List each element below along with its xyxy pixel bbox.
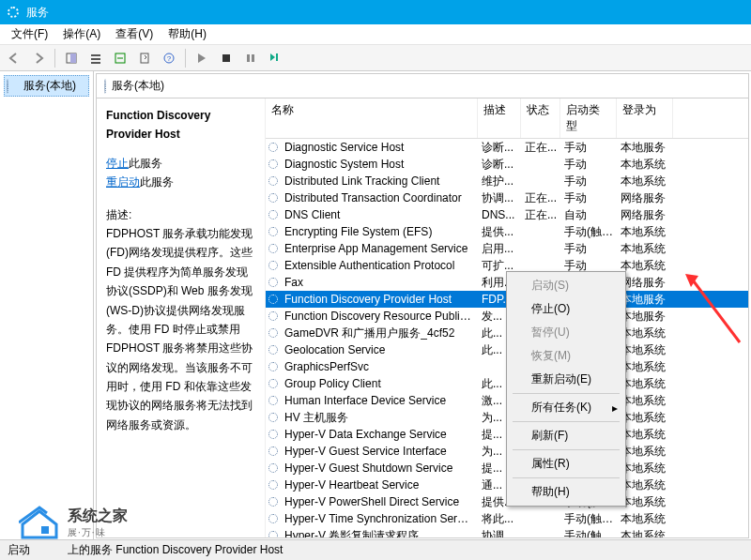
svg-text:?: ? xyxy=(167,54,172,63)
ctx-resume[interactable]: 恢复(M) xyxy=(509,344,623,368)
menubar: 文件(F) 操作(A) 查看(V) 帮助(H) xyxy=(0,24,751,45)
cell-logon: 本地系统 xyxy=(617,511,673,527)
cell-startup: 手动 xyxy=(560,190,617,206)
service-row[interactable]: Enterprise App Management Service启用...手动… xyxy=(266,240,748,257)
back-button[interactable] xyxy=(4,48,24,68)
ctx-restart[interactable]: 重新启动(E) xyxy=(509,368,623,391)
cell-logon: 网络服务 xyxy=(617,190,673,206)
window-title: 服务 xyxy=(26,5,49,21)
svg-rect-3 xyxy=(91,58,100,60)
menu-file[interactable]: 文件(F) xyxy=(4,24,55,44)
cell-logon: 本地服务 xyxy=(617,140,673,156)
ctx-properties[interactable]: 属性(R) xyxy=(509,452,623,476)
gear-icon xyxy=(266,193,281,203)
gear-icon xyxy=(266,176,281,186)
service-row[interactable]: Distributed Transaction Coordinator协调...… xyxy=(266,189,748,206)
service-row[interactable]: Diagnostic Service Host诊断...正在...手动本地服务 xyxy=(266,139,748,156)
watermark-text-1: 系统之家 xyxy=(68,507,128,526)
restart-link[interactable]: 重启动 xyxy=(106,175,140,189)
svg-rect-1 xyxy=(70,53,76,63)
panel-header: 服务(本地) xyxy=(97,74,748,98)
col-name[interactable]: 名称 xyxy=(266,98,478,138)
cell-startup: 手动 xyxy=(560,241,617,257)
cell-desc: 诊断... xyxy=(478,140,521,156)
gear-icon xyxy=(266,379,281,388)
gear-icon xyxy=(104,80,106,93)
ctx-stop[interactable]: 停止(O) xyxy=(509,297,623,321)
pause-button[interactable] xyxy=(240,48,261,68)
col-status[interactable]: 状态 xyxy=(521,98,560,138)
gear-icon xyxy=(266,446,281,456)
ctx-help[interactable]: 帮助(H) xyxy=(509,480,623,504)
service-row[interactable]: Distributed Link Tracking Client维护...手动本… xyxy=(266,173,748,189)
cell-logon: 网络服务 xyxy=(617,207,673,223)
gear-icon xyxy=(266,514,281,523)
watermark: 系统之家 展·万·味 xyxy=(19,506,128,539)
cell-name: GameDVR 和广播用户服务_4cf52 xyxy=(281,325,478,341)
cell-status: 正在... xyxy=(521,207,560,223)
cell-desc: 协调... xyxy=(478,528,521,538)
gear-icon xyxy=(266,463,281,473)
statusbar: 启动 上的服务 Function Discovery Provider Host xyxy=(0,539,751,560)
svg-rect-11 xyxy=(252,54,254,62)
forward-button[interactable] xyxy=(28,48,49,68)
ctx-pause[interactable]: 暂停(U) xyxy=(509,321,623,344)
cell-desc: DNS... xyxy=(478,208,521,221)
watermark-text-2: 展·万·味 xyxy=(68,526,128,539)
col-startup[interactable]: 启动类型 xyxy=(560,98,617,138)
cell-logon: 本地系统 xyxy=(617,157,673,173)
service-row[interactable]: DNS ClientDNS...正在...自动网络服务 xyxy=(266,206,748,223)
service-row[interactable]: Diagnostic System Host诊断...手动本地系统 xyxy=(266,156,748,173)
cell-desc: 提供... xyxy=(478,224,521,240)
gear-icon xyxy=(266,345,281,355)
gear-icon xyxy=(266,328,281,338)
ctx-refresh[interactable]: 刷新(F) xyxy=(509,424,623,447)
cell-name: Distributed Link Tracking Client xyxy=(281,174,478,188)
context-menu: 启动(S) 停止(O) 暂停(U) 恢复(M) 重新启动(E) 所有任务(K)▸… xyxy=(506,271,626,507)
show-hide-button[interactable] xyxy=(61,48,82,68)
ctx-all-tasks[interactable]: 所有任务(K)▸ xyxy=(509,396,623,419)
col-desc[interactable]: 描述 xyxy=(478,98,521,138)
menu-help[interactable]: 帮助(H) xyxy=(161,24,214,44)
cell-name: Function Discovery Provider Host xyxy=(281,293,478,306)
ctx-start[interactable]: 启动(S) xyxy=(509,274,623,297)
help-button[interactable]: ? xyxy=(159,48,179,68)
refresh-button[interactable] xyxy=(110,48,130,68)
export-button[interactable] xyxy=(134,48,155,68)
gear-icon xyxy=(266,362,281,371)
service-row[interactable]: Encrypting File System (EFS)提供...手动(触发..… xyxy=(266,223,748,240)
details-button[interactable] xyxy=(85,48,106,68)
cell-name: Diagnostic Service Host xyxy=(281,141,478,154)
svg-rect-9 xyxy=(222,54,230,62)
cell-name: Fax xyxy=(281,276,478,289)
gear-icon xyxy=(266,396,281,405)
cell-startup: 自动 xyxy=(560,207,617,223)
cell-name: Geolocation Service xyxy=(281,343,478,356)
cell-name: Encrypting File System (EFS) xyxy=(281,225,478,238)
stop-button[interactable] xyxy=(216,48,237,68)
play-button[interactable] xyxy=(192,48,212,68)
svg-rect-12 xyxy=(276,53,278,61)
desc-label: 描述: xyxy=(106,205,255,224)
service-row[interactable]: Hyper-V 卷影复制请求程序协调...手动(触发...本地系统 xyxy=(266,527,748,537)
gear-icon xyxy=(266,413,281,422)
tree-root[interactable]: 服务(本地) xyxy=(4,75,89,97)
cell-name: Hyper-V Heartbeat Service xyxy=(281,478,478,492)
cell-name: GraphicsPerfSvc xyxy=(281,360,478,373)
service-row[interactable]: Hyper-V Time Synchronization Service将此..… xyxy=(266,510,748,527)
column-headers: 名称 描述 状态 启动类型 登录为 xyxy=(266,98,748,139)
cell-startup: 手动(触发... xyxy=(560,511,617,527)
cell-logon: 本地系统 xyxy=(617,528,673,538)
col-logon[interactable]: 登录为 xyxy=(617,98,673,138)
selected-service-name: Function Discovery Provider Host xyxy=(106,106,255,144)
cell-startup: 手动 xyxy=(560,140,617,156)
restart-button[interactable] xyxy=(265,48,285,68)
chevron-right-icon: ▸ xyxy=(612,401,618,415)
cell-logon: 本地系统 xyxy=(617,241,673,257)
cell-name: Hyper-V 卷影复制请求程序 xyxy=(281,528,478,538)
menu-view[interactable]: 查看(V) xyxy=(108,24,161,44)
stop-link[interactable]: 停止 xyxy=(106,157,129,170)
svg-rect-4 xyxy=(91,62,100,64)
menu-action[interactable]: 操作(A) xyxy=(55,24,108,44)
gear-icon xyxy=(266,159,281,169)
